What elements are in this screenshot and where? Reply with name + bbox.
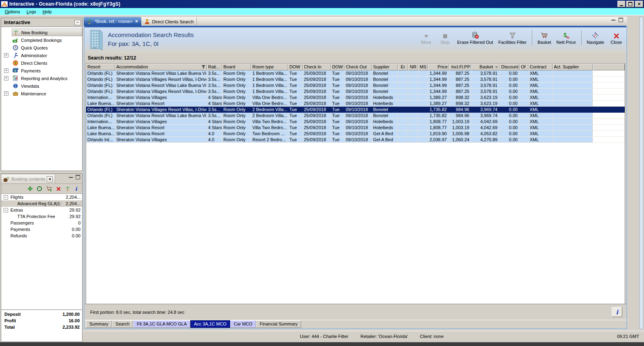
panel-maximize-button[interactable]: [619, 18, 623, 22]
info-button[interactable]: i: [612, 307, 622, 317]
reporting-chart-icon: [12, 75, 19, 81]
column-header-nr[interactable]: NR: [408, 64, 418, 70]
booking-contents-close-button[interactable]: ×: [47, 176, 53, 182]
toolbar-navigate-button[interactable]: Navigate: [587, 31, 604, 45]
bottom-tab-flt-3a-1c-gla-mco-gla[interactable]: Flt 3A,1C GLA MCO GLA: [133, 320, 190, 328]
booking-contents-tab[interactable]: Booking contents ×: [1, 175, 55, 183]
table-row[interactable]: Internation...Sheraton Vistana Villages4…: [86, 95, 625, 101]
table-row[interactable]: Orlando Int...Sheraton Vistana Villages4…: [86, 137, 625, 143]
sidebar-item-completed-bookings[interactable]: Completed Bookings: [1, 36, 82, 44]
cell-rati: 4.0: [207, 137, 222, 143]
bottom-tab-car-mco[interactable]: Car MCO: [230, 320, 256, 328]
sidebar-item-administrator[interactable]: +Administrator: [1, 51, 82, 59]
tab-direct-clients-search[interactable]: Direct Clients Search: [141, 17, 197, 26]
table-row[interactable]: Lake Buena...Sheraton Vistana Resort4 St…: [86, 101, 625, 107]
column-header-check-out[interactable]: Check Out: [345, 64, 372, 70]
sidebar-item-viewdata[interactable]: Viewdata: [1, 82, 82, 90]
table-row[interactable]: Lake Buena...Sheraton Vistana Resort4 St…: [86, 125, 625, 131]
column-header-of[interactable]: Of: [520, 64, 528, 70]
toolbar-close-button[interactable]: Close: [609, 31, 623, 45]
toolbar-basket-button[interactable]: Basket: [537, 31, 551, 45]
table-row[interactable]: Orlando (FL)Sheraton Vistana Villages Re…: [86, 89, 625, 95]
column-header-board[interactable]: Board: [222, 64, 251, 70]
booking-item-payments[interactable]: Payments0.00: [1, 226, 82, 233]
booking-item-extras[interactable]: −Extras29.92: [1, 207, 82, 213]
column-header-contract[interactable]: Contract: [528, 64, 553, 70]
column-header-room-type[interactable]: Room type: [251, 64, 288, 70]
toolbar-erase-filtered-out-button[interactable]: Erase Filtered Out: [457, 31, 493, 45]
booking-tool-quick-quote-clock[interactable]: [37, 186, 42, 192]
sidebar-item-maintenance[interactable]: +Maintenance: [1, 90, 82, 97]
tab-close-icon[interactable]: ×: [135, 19, 138, 24]
table-row[interactable]: Orlando (FL)Sheraton Vistana Resort Vill…: [86, 113, 625, 119]
table-row[interactable]: Lake Buena...Sheraton Vistana Resort4.0R…: [86, 131, 625, 137]
booking-tool-palm-tree-small[interactable]: [65, 186, 70, 192]
booking-tool-cart-arrow[interactable]: [46, 186, 52, 192]
summary-total: Total2,233.92: [4, 325, 80, 331]
sidebar-item-payments[interactable]: +$Payments: [1, 67, 82, 74]
cell-accommodation: Sheraton Vistana Resort: [115, 131, 207, 137]
table-row[interactable]: Orlando (FL)Sheraton Vistana Resort Vill…: [86, 70, 625, 76]
bottom-tab-search[interactable]: Search: [112, 320, 133, 328]
window-minimize-button[interactable]: [617, 1, 625, 7]
column-header-er[interactable]: Er: [398, 64, 408, 70]
column-header-price[interactable]: Price: [428, 64, 449, 70]
table-row[interactable]: Orlando (FL)Sheraton Vistana Villages Re…: [86, 76, 625, 82]
expand-plus-icon[interactable]: +: [4, 76, 8, 80]
column-header-basket[interactable]: Basket: [471, 64, 500, 70]
column-header-resort[interactable]: Resort: [86, 64, 115, 70]
toolbar-nett-price-button[interactable]: $%Nett Price: [556, 31, 576, 45]
column-header-ms[interactable]: MS: [418, 64, 428, 70]
cell-incl-fl-pp: 898.32: [449, 101, 471, 107]
booking-tool-add-plus[interactable]: [27, 186, 33, 192]
table-row[interactable]: Orlando (FL)Sheraton Vistana Villages Re…: [86, 107, 625, 113]
expand-plus-icon[interactable]: +: [4, 91, 8, 96]
column-header-supplier[interactable]: Supplier: [372, 64, 398, 70]
booking-item-flights[interactable]: −Flights2,204...: [1, 194, 82, 200]
booking-panel-maximize-button[interactable]: [76, 175, 80, 179]
collapse-minus-icon[interactable]: −: [4, 195, 8, 200]
booking-item-passengers[interactable]: Passengers0: [1, 220, 82, 226]
booking-panel-minimize-button[interactable]: [69, 176, 73, 178]
booking-tool-delete-x[interactable]: [56, 186, 61, 192]
panel-minimize-button[interactable]: [611, 19, 615, 21]
menu-help[interactable]: Help: [39, 9, 55, 14]
collapse-minus-icon[interactable]: −: [4, 208, 8, 212]
expand-plus-icon[interactable]: +: [4, 68, 8, 73]
cell-contract: XML: [528, 119, 553, 125]
column-header-discount[interactable]: Discount: [500, 64, 520, 70]
sidebar-item-direct-clients[interactable]: Direct Clients: [1, 59, 82, 67]
booking-tool-info[interactable]: i: [74, 186, 78, 192]
menu-logs[interactable]: Logs: [23, 9, 39, 14]
bottom-tab-financial-summary[interactable]: Financial Summary: [256, 320, 301, 328]
bottom-tab-acc-3a-1c-mco[interactable]: Acc 3A,1C MCO: [190, 320, 230, 328]
sidebar-item-quick-quotes[interactable]: Quick Quotes: [1, 44, 82, 51]
booking-item-tta-protection-fee[interactable]: TTA Protection Fee29.92: [1, 213, 82, 220]
column-header-dow[interactable]: DOW: [331, 64, 345, 70]
cell-ms: [418, 131, 428, 137]
table-row[interactable]: Internation...Sheraton Vistana Villages4…: [86, 119, 625, 125]
sidebar-item-reporting-and-analytics[interactable]: +Reporting and Analytics: [1, 74, 82, 82]
column-header-act-supplier[interactable]: Act. Supplier: [553, 64, 593, 70]
toolbar-facilities-filter-button[interactable]: Facilities Filter: [498, 31, 526, 45]
tab-book-ref-none[interactable]: *Book. ref.: <none>×: [84, 17, 141, 26]
cell-dow: Tue: [288, 76, 303, 82]
sidebar-item-new-booking[interactable]: New Booking: [1, 29, 82, 36]
column-header-incl-fl-pp[interactable]: Incl.Fl.PP: [449, 64, 471, 70]
booking-item-advanced-reg-gla-1[interactable]: Advanced Reg GLA|1:2,204...: [1, 200, 82, 207]
booking-item-refunds[interactable]: Refunds0.00: [1, 233, 82, 239]
column-header-check-in[interactable]: Check In: [303, 64, 331, 70]
column-header-dow[interactable]: DOW: [288, 64, 303, 70]
cell-resort: Orlando (FL): [86, 107, 115, 113]
right-scroll-strip[interactable]: [640, 17, 643, 329]
menu-options[interactable]: Options: [2, 9, 23, 14]
expand-plus-icon[interactable]: +: [4, 53, 8, 58]
window-close-button[interactable]: ×: [635, 1, 643, 7]
bottom-tab-summary[interactable]: Summary: [86, 320, 112, 328]
table-row[interactable]: Orlando (FL)Sheraton Vistana Resort Vill…: [86, 82, 625, 89]
window-restore-button[interactable]: [626, 1, 634, 7]
column-header-rati[interactable]: Rati...: [207, 64, 222, 70]
column-header-accommodation[interactable]: Accommodation: [115, 64, 207, 70]
interactive-panel-collapse-button[interactable]: −: [74, 20, 81, 25]
cell-dow: Tue: [331, 95, 345, 101]
